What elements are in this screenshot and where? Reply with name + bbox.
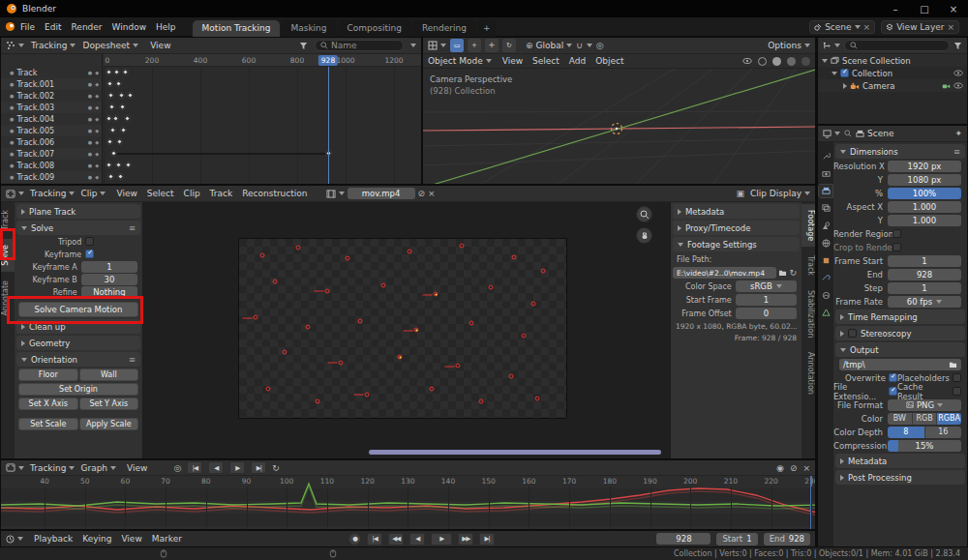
keyframe-diamond[interactable] [107, 103, 114, 110]
panel-clean-up[interactable]: Clean up [16, 319, 140, 334]
tracking-marker[interactable] [511, 254, 516, 259]
workspace-tab-compositing[interactable]: Compositing [338, 20, 411, 37]
menu-marker[interactable]: Marker [147, 533, 187, 545]
tracking-marker[interactable] [325, 288, 330, 293]
show-hidden-icon[interactable]: ◉ [776, 463, 784, 473]
tracking-marker[interactable] [522, 333, 527, 338]
keyframe-diamond[interactable] [127, 92, 134, 99]
reload-icon[interactable]: ↻ [789, 268, 797, 278]
outliner-row-camera[interactable]: Camera [818, 79, 967, 92]
options-dropdown[interactable]: Options [768, 41, 810, 50]
unlink-clip-icon[interactable]: × [428, 189, 436, 198]
mute-icon[interactable]: ● [88, 93, 92, 99]
frame-start-field[interactable]: 1 [888, 255, 961, 267]
keyframe-icon[interactable]: ◆ [95, 116, 99, 122]
set-scale-button[interactable]: Set Scale [18, 418, 78, 430]
unlink-view-layer-icon[interactable]: × [947, 22, 954, 32]
playhead-line[interactable] [328, 67, 329, 184]
blender-menu-icon[interactable] [5, 21, 15, 32]
tracking-marker[interactable] [283, 349, 287, 354]
shading-solid-icon[interactable] [772, 57, 781, 66]
mute-icon[interactable]: ● [88, 70, 92, 75]
editor-type-dropdown[interactable] [6, 535, 23, 544]
clip-datablock-selector[interactable]: mov.mp4 ⊘ × [326, 188, 436, 199]
view-layer-selector[interactable]: View Layer × [881, 20, 959, 34]
keyframe-diamond[interactable] [117, 173, 124, 180]
crop-region-checkbox[interactable] [892, 243, 901, 251]
panel-plane-track[interactable]: Plane Track [16, 204, 140, 219]
editor-type-dropdown[interactable] [823, 42, 840, 50]
current-frame-badge[interactable]: 928 [318, 55, 338, 66]
aspect-x-field[interactable]: 1.000 [888, 201, 961, 213]
panel-stereoscopy[interactable]: Stereoscopy [835, 326, 965, 340]
tab-modifiers[interactable] [819, 272, 832, 284]
clip-display-dropdown[interactable]: Clip Display [750, 189, 810, 198]
channel-search-input[interactable]: Name [315, 40, 404, 51]
color-mode-segment[interactable]: BWRGBRGBA [888, 413, 961, 425]
workspace-tab-masking[interactable]: Masking [281, 20, 336, 37]
shading-rendered-icon[interactable] [802, 57, 810, 66]
shading-wireframe-icon[interactable] [758, 57, 767, 66]
dopesheet-mode-dropdown[interactable]: Tracking [31, 41, 76, 50]
maximize-button[interactable]: □ [910, 0, 939, 17]
resolution-percent-slider[interactable]: 100% [888, 188, 961, 199]
expand-icon[interactable] [832, 72, 837, 75]
tab-scene[interactable] [819, 220, 832, 232]
tab-output[interactable] [819, 185, 832, 197]
tracking-marker[interactable] [459, 244, 464, 249]
clip-tab-stabilization[interactable]: Stabilization [802, 284, 815, 343]
depth-8-option[interactable]: 8 [888, 427, 925, 438]
jump-to-start-button[interactable]: |◀ [367, 533, 382, 545]
filter-icon[interactable] [953, 42, 962, 50]
frame-end-field[interactable]: End928 [764, 533, 810, 545]
expand-icon[interactable] [822, 59, 828, 63]
dopesheet-view-dropdown[interactable]: Dopesheet [82, 41, 138, 50]
jump-next-icon[interactable]: ▶| [251, 461, 266, 474]
menu-track[interactable]: Track [205, 188, 238, 199]
dopesheet-track[interactable]: ●Track.009●◆ [1, 171, 102, 183]
eye-icon[interactable] [953, 70, 963, 76]
unlink-scene-icon[interactable]: × [863, 22, 871, 32]
menu-keying[interactable]: Keying [77, 533, 116, 545]
panel-geometry[interactable]: Geometry [16, 336, 140, 350]
tab-object-data[interactable] [819, 307, 832, 319]
frame-prev-icon[interactable]: ◀ [208, 461, 224, 474]
tool-select-box[interactable]: ▭ [450, 39, 464, 52]
clear-filter-icon[interactable]: × [802, 463, 810, 473]
tool-cursor[interactable]: + [468, 39, 481, 52]
clip-name-field[interactable]: mov.mp4 [348, 188, 415, 199]
keyframe-icon[interactable]: ◆ [95, 81, 99, 87]
dopesheet-track[interactable]: ●Track.008●◆ [1, 160, 102, 171]
proportional-edit-icon[interactable]: ◎ [596, 41, 604, 50]
gizmos-icon[interactable]: ▣ [736, 189, 744, 198]
file-path-field[interactable]: E:\video\#2..0\mov.mp4 [673, 267, 776, 279]
panel-orientation[interactable]: Orientation≡ [16, 352, 140, 367]
tracking-marker[interactable] [407, 249, 411, 253]
frame-rate-dropdown[interactable]: 60 fps [888, 296, 961, 308]
fake-user-icon[interactable]: ⊘ [418, 189, 426, 198]
panel-footage-settings[interactable]: Footage Settings [673, 237, 800, 251]
keyframe-icon[interactable]: ◆ [95, 151, 99, 157]
tracking-marker[interactable] [541, 269, 546, 274]
prev-keyframe-button[interactable]: ◀◀ [388, 533, 404, 545]
viewport-canvas[interactable]: Camera Perspective (928) Collection [423, 69, 815, 184]
menu-add[interactable]: Add [564, 55, 590, 67]
tracking-marker[interactable] [345, 256, 349, 261]
panel-metadata[interactable]: Metadata [835, 454, 965, 468]
search-icon[interactable] [844, 130, 852, 137]
keyframe-checkbox[interactable] [85, 250, 94, 258]
editor-type-dropdown[interactable] [6, 463, 24, 472]
mute-icon[interactable]: ● [88, 139, 92, 145]
menu-view[interactable]: View [498, 55, 528, 67]
menu-view[interactable]: View [111, 188, 141, 199]
shading-material-icon[interactable] [787, 57, 796, 66]
dopesheet-keyframe-area[interactable]: 020040060080010001200 928 [104, 54, 421, 184]
keyframe-diamond[interactable] [123, 115, 130, 122]
keyframe-diamond[interactable] [115, 80, 122, 87]
resolution-x-field[interactable]: 1920 px [888, 161, 961, 172]
tracking-marker[interactable] [266, 387, 271, 392]
tab-view-layer[interactable] [819, 202, 832, 215]
editor-type-dropdown[interactable] [823, 130, 840, 138]
tracking-marker[interactable] [305, 324, 310, 329]
color-depth-segment[interactable]: 816 [888, 427, 961, 438]
